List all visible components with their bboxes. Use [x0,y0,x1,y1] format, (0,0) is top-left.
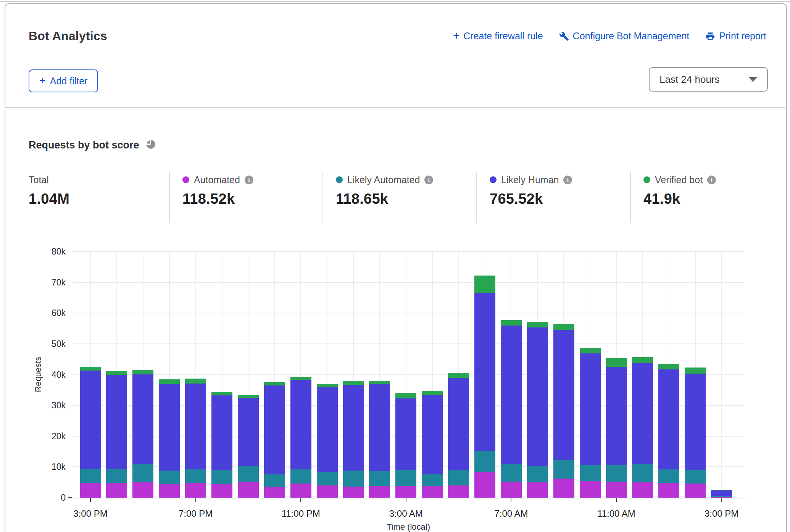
bar-segment-automated [106,483,127,498]
x-axis-tick [721,498,722,502]
bar-segment-likely-automated [185,469,206,483]
bar-segment-likely-automated [448,470,469,485]
bar-segment-automated [80,483,101,498]
x-axis-tick-label: 7:00 AM [480,508,542,519]
bar-segment-automated [606,482,627,498]
y-axis-title: Requests [33,348,43,401]
x-axis-line [71,498,746,498]
horizontal-gridline [73,251,744,252]
bar-segment-verified-bot [422,391,443,395]
bar-segment-verified-bot [106,371,127,375]
x-axis-title: Time (local) [351,522,466,532]
x-axis-tick [511,498,511,502]
horizontal-gridline [73,343,744,344]
y-axis-tick-label: 0 [33,493,66,503]
bar-segment-likely-human [185,384,206,469]
bar-segment-likely-human [159,384,180,471]
bar-segment-likely-human [211,395,232,470]
bar-segment-automated [658,483,679,498]
bar-segment-likely-automated [711,496,732,497]
x-axis-tick-label: 7:00 PM [165,508,226,519]
y-axis-tick-label: 60k [33,308,66,318]
bar-segment-automated [343,487,364,498]
bar-segment-verified-bot [395,393,416,398]
bar-segment-likely-human [369,384,390,471]
bar-segment-automated [264,487,285,498]
bar-segment-verified-bot [711,490,732,490]
bar-segment-likely-human [527,327,548,466]
bar-segment-automated [501,482,522,498]
bar-segment-verified-bot [264,382,285,385]
bar-segment-likely-human [658,369,679,469]
bar-segment-verified-bot [317,384,338,387]
bar-segment-likely-automated [290,469,311,484]
bar-segment-likely-human [132,374,153,464]
bar-segment-verified-bot [580,348,601,353]
bar-segment-likely-automated [317,472,338,485]
bar-segment-likely-automated [80,469,101,483]
bar-segment-verified-bot [527,322,548,327]
bar-segment-automated [185,483,206,498]
bar-segment-verified-bot [658,364,679,369]
x-axis-tick [195,498,196,502]
bar-segment-automated [527,482,548,498]
bar-segment-likely-automated [685,470,706,484]
bar-segment-automated [211,484,232,498]
bar-segment-automated [317,485,338,498]
bar-segment-automated [685,484,706,498]
bar-segment-likely-automated [395,470,416,486]
x-axis-tick-label: 11:00 PM [270,508,331,519]
bar-segment-automated [132,482,153,498]
requests-by-bot-score-chart: 010k20k30k40k50k60k70k80k3:00 PM7:00 PM1… [0,0,790,532]
horizontal-gridline [73,313,744,313]
bar-segment-automated [238,482,259,498]
x-axis-tick-label: 11:00 AM [586,508,647,519]
bar-segment-automated [580,481,601,498]
bar-segment-verified-bot [132,370,153,374]
bar-segment-verified-bot [211,392,232,395]
bar-segment-verified-bot [159,379,180,384]
x-axis-tick-label: 3:00 AM [376,508,437,519]
bar-segment-verified-bot [553,324,574,330]
bar-segment-verified-bot [632,357,653,363]
bar-segment-likely-automated [501,464,522,482]
bar-segment-likely-automated [369,471,390,486]
bar-segment-likely-human [290,380,311,469]
bar-segment-likely-human [264,385,285,474]
bar-segment-likely-human [238,398,259,466]
bar-segment-likely-automated [474,451,495,472]
x-axis-tick-label: 3:00 PM [691,508,752,519]
y-axis-tick-label: 30k [33,400,66,411]
bar-segment-automated [395,486,416,498]
bar-segment-likely-human [474,293,495,451]
bar-segment-automated [553,479,574,498]
bar-segment-likely-human [711,490,732,496]
x-axis-tick [406,498,406,502]
bar-segment-likely-automated [580,465,601,481]
bar-segment-automated [422,486,443,498]
bar-segment-likely-automated [132,464,153,482]
bar-segment-likely-human [501,326,522,464]
bar-segment-automated [632,482,653,498]
y-axis-tick-label: 70k [33,277,66,288]
y-axis-tick-label: 80k [33,247,66,257]
bar-segment-likely-automated [658,469,679,483]
bar-segment-verified-bot [448,373,469,377]
bar-segment-likely-human [422,395,443,474]
x-axis-tick [616,498,617,502]
bar-segment-likely-automated [343,471,364,487]
bar-segment-likely-human [606,367,627,465]
y-axis-tick-label: 20k [33,431,66,442]
x-axis-tick [300,498,301,502]
bar-segment-likely-human [685,374,706,470]
bar-segment-likely-human [80,371,101,469]
bar-segment-verified-bot [369,381,390,384]
bar-segment-automated [448,485,469,498]
bar-segment-likely-human [343,385,364,471]
bar-segment-likely-automated [238,466,259,482]
y-axis-tick-label: 10k [33,462,66,472]
bar-segment-likely-automated [632,464,653,482]
x-axis-tick-label: 3:00 PM [60,508,121,519]
bar-segment-likely-human [395,398,416,470]
bar-segment-automated [474,472,495,498]
